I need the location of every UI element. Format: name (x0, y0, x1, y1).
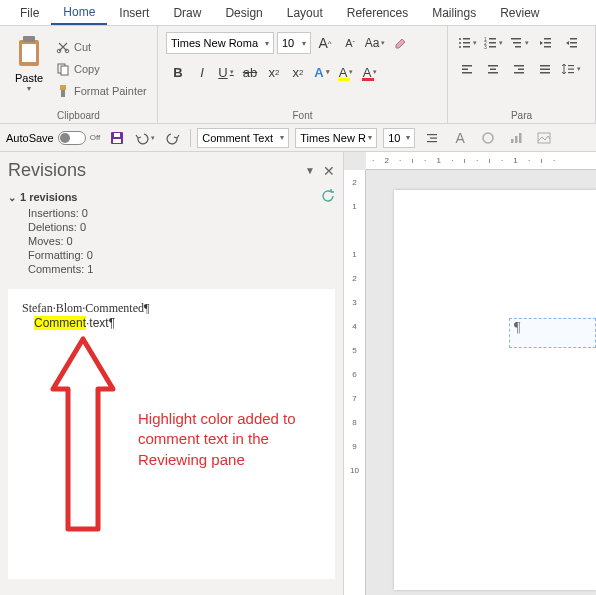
style-combo[interactable]: Comment Text▾ (197, 128, 289, 148)
increase-indent-button[interactable] (558, 32, 584, 54)
copy-icon (56, 62, 70, 76)
bold-button[interactable]: B (166, 60, 190, 84)
ribbon-group-font: Times New Roma▾ 10▾ A^ Aˇ Aa▾ B I U▾ ab … (158, 26, 448, 123)
pane-close-button[interactable]: ✕ (323, 163, 335, 179)
paste-label: Paste (15, 72, 43, 84)
ribbon-group-paragraph: ▾ 123▾ ▾ ▾ Para (448, 26, 596, 123)
svg-rect-28 (570, 46, 577, 48)
horizontal-ruler[interactable]: · 2 · ı · 1 · ı · ı · 1 · ı · (366, 152, 596, 170)
menu-mailings[interactable]: Mailings (420, 2, 488, 24)
document-page[interactable]: ¶ (394, 190, 596, 590)
paste-button[interactable]: Paste ▾ (8, 30, 50, 104)
stat-deletions: Deletions: 0 (28, 221, 335, 233)
font-size-value: 10 (282, 37, 294, 49)
bullets-button[interactable]: ▾ (454, 32, 480, 54)
pane-options-button[interactable]: ▼ (305, 165, 315, 176)
superscript-button[interactable]: x2 (286, 60, 310, 84)
svg-rect-22 (515, 46, 521, 48)
svg-rect-1 (23, 36, 35, 42)
svg-rect-31 (462, 72, 472, 74)
menu-file[interactable]: File (8, 2, 51, 24)
chevron-down-icon[interactable]: ⌄ (8, 192, 16, 203)
cut-label: Cut (74, 41, 91, 53)
font-name-combo[interactable]: Times New Roma▾ (166, 32, 274, 54)
revisions-stats: Insertions: 0 Deletions: 0 Moves: 0 Form… (28, 207, 335, 277)
svg-text:3: 3 (484, 44, 487, 50)
menu-layout[interactable]: Layout (275, 2, 335, 24)
svg-rect-11 (463, 42, 470, 44)
save-button[interactable] (106, 127, 128, 149)
qat-font-combo[interactable]: Times New R▾ (295, 128, 377, 148)
svg-rect-43 (568, 72, 574, 73)
menu-design[interactable]: Design (213, 2, 274, 24)
qat-size-value: 10 (388, 132, 400, 144)
redo-button[interactable] (162, 127, 184, 149)
qat-indent-button[interactable] (421, 127, 443, 149)
eraser-icon (393, 36, 407, 50)
shrink-font-button[interactable]: Aˇ (339, 32, 361, 54)
svg-rect-27 (570, 42, 577, 44)
font-color-button[interactable]: A▾ (358, 60, 382, 84)
line-spacing-button[interactable]: ▾ (558, 58, 584, 80)
format-painter-button[interactable]: Format Painter (56, 81, 147, 101)
svg-point-12 (459, 46, 461, 48)
svg-rect-17 (489, 42, 496, 44)
svg-rect-42 (568, 69, 574, 70)
comment-highlight-region[interactable] (509, 318, 596, 348)
revisions-pane: Revisions ▼ ✕ ⌄ 1 revisions Insertions: … (0, 152, 344, 595)
svg-rect-36 (518, 69, 524, 71)
vertical-ruler[interactable]: 2 1 1 2 3 4 5 6 7 8 9 10 (344, 170, 366, 595)
chevron-down-icon: ▾ (27, 84, 31, 93)
qat-font-value: Times New R (300, 132, 366, 144)
font-size-combo[interactable]: 10▾ (277, 32, 311, 54)
svg-rect-37 (514, 72, 524, 74)
svg-rect-45 (113, 139, 121, 143)
svg-rect-33 (490, 69, 496, 71)
grow-font-button[interactable]: A^ (314, 32, 336, 54)
multilevel-list-button[interactable]: ▾ (506, 32, 532, 54)
comment-author-line: Stefan·Blom·Commented¶ (22, 301, 321, 316)
justify-button[interactable] (532, 58, 558, 80)
change-case-button[interactable]: Aa▾ (364, 32, 386, 54)
highlight-button[interactable]: A▾ (334, 60, 358, 84)
italic-button[interactable]: I (190, 60, 214, 84)
autosave-state: Off (90, 133, 101, 142)
menu-review[interactable]: Review (488, 2, 551, 24)
svg-rect-54 (538, 133, 550, 143)
subscript-button[interactable]: x2 (262, 60, 286, 84)
numbering-button[interactable]: 123▾ (480, 32, 506, 54)
copy-label: Copy (74, 63, 100, 75)
underline-button[interactable]: U▾ (214, 60, 238, 84)
menu-references[interactable]: References (335, 2, 420, 24)
svg-rect-47 (427, 134, 437, 135)
revision-card[interactable]: Stefan·Blom·Commented¶ Comment·text¶ Hig… (8, 289, 335, 579)
qat-font-color-button[interactable]: A (449, 127, 471, 149)
menu-insert[interactable]: Insert (107, 2, 161, 24)
undo-button[interactable]: ▾ (134, 127, 156, 149)
strikethrough-button[interactable]: ab (238, 60, 262, 84)
clipboard-group-label: Clipboard (0, 110, 157, 121)
decrease-indent-button[interactable] (532, 32, 558, 54)
svg-point-50 (483, 133, 493, 143)
toggle-icon (58, 131, 86, 145)
ribbon: Paste ▾ Cut Copy Format Painter Clipboar… (0, 26, 596, 124)
cut-button[interactable]: Cut (56, 37, 147, 57)
qat-size-combo[interactable]: 10▾ (383, 128, 415, 148)
clear-formatting-button[interactable] (389, 32, 411, 54)
menu-draw[interactable]: Draw (161, 2, 213, 24)
align-center-button[interactable] (480, 58, 506, 80)
svg-rect-13 (463, 46, 470, 48)
svg-rect-48 (430, 137, 437, 138)
copy-button[interactable]: Copy (56, 59, 147, 79)
qat-circle-button[interactable] (477, 127, 499, 149)
scissors-icon (56, 40, 70, 54)
align-left-button[interactable] (454, 58, 480, 80)
text-effects-button[interactable]: A▾ (310, 60, 334, 84)
align-right-button[interactable] (506, 58, 532, 80)
menu-home[interactable]: Home (51, 1, 107, 25)
qat-chart-button[interactable] (505, 127, 527, 149)
qat-image-button[interactable] (533, 127, 555, 149)
autosave-toggle[interactable]: AutoSave Off (6, 131, 100, 145)
refresh-button[interactable] (321, 189, 335, 205)
svg-rect-32 (488, 65, 498, 67)
